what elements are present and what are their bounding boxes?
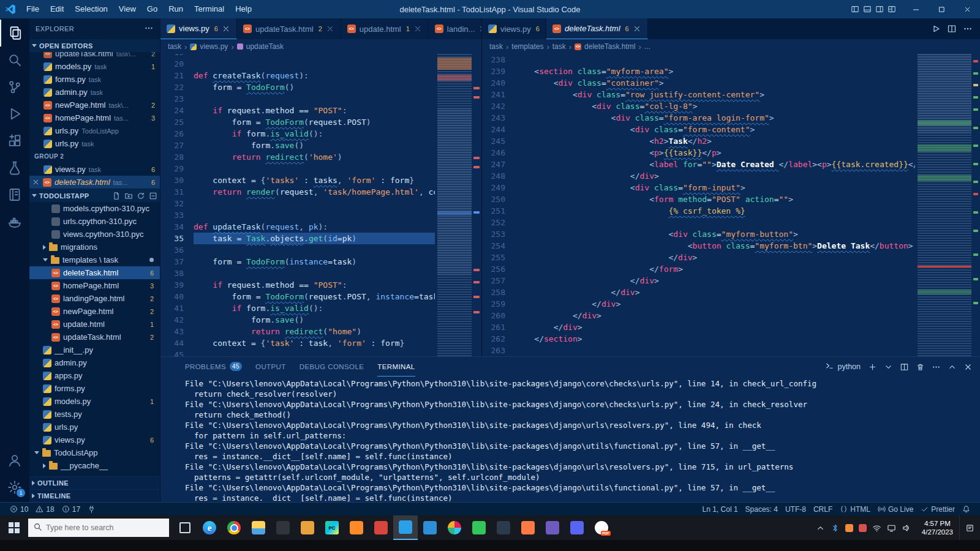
taskbar-clock[interactable]: 4:57 PM 4/27/2023 xyxy=(916,519,959,536)
more-icon[interactable] xyxy=(963,24,973,34)
breadcrumb-item[interactable]: deleteTask.html xyxy=(584,42,635,51)
tab-views-py[interactable]: views.py6 xyxy=(482,18,546,39)
breadcrumb-item[interactable]: task xyxy=(552,42,566,51)
file-item-tests-py[interactable]: tests.py xyxy=(29,408,160,421)
plus-icon[interactable] xyxy=(868,362,877,372)
taskbar-mail[interactable] xyxy=(418,515,442,540)
activity-docker[interactable] xyxy=(0,208,29,235)
open-editor-item[interactable]: admin.pytask xyxy=(29,86,160,99)
taskbar-file-explorer[interactable] xyxy=(246,515,271,540)
status-eol[interactable]: CRLF xyxy=(810,503,836,515)
activity-extensions[interactable] xyxy=(0,127,29,154)
status-language-mode[interactable]: HTML xyxy=(836,503,874,515)
close-icon[interactable] xyxy=(222,24,230,33)
close-icon[interactable] xyxy=(413,24,422,33)
breadcrumb-item[interactable]: updateTask xyxy=(246,42,284,51)
file-item-landingpage-html[interactable]: landingPage.html2 xyxy=(29,292,160,305)
split-icon[interactable] xyxy=(947,24,957,34)
taskbar-search[interactable] xyxy=(28,519,169,537)
breadcrumb-item[interactable]: task xyxy=(489,42,503,51)
file-item-forms-py[interactable]: forms.py xyxy=(29,382,160,395)
close-icon[interactable] xyxy=(32,178,40,186)
new-file-icon[interactable] xyxy=(112,192,121,200)
menu-edit[interactable]: Edit xyxy=(45,0,69,18)
run-icon[interactable] xyxy=(931,24,941,34)
status-cursor-position[interactable]: Ln 1, Col 1 xyxy=(699,503,742,515)
open-editors-header[interactable]: OPEN EDITORS xyxy=(29,39,160,52)
tab-deletetask-html[interactable]: deleteTask.html6 xyxy=(546,18,648,39)
activity-run-debug[interactable] xyxy=(0,100,29,127)
layout-panel-icon[interactable] xyxy=(862,4,872,14)
tab-update-html[interactable]: update.html1 xyxy=(341,18,429,39)
more-icon[interactable] xyxy=(932,362,941,372)
taskbar-edge[interactable] xyxy=(197,515,222,540)
more-icon[interactable] xyxy=(144,23,154,33)
code-editor-html[interactable]: 2382392402412422432442452462472482492502… xyxy=(482,54,980,356)
status-notifications[interactable] xyxy=(959,503,974,515)
open-editor-item[interactable]: newPage.htmltask\...2 xyxy=(29,99,160,111)
file-item-urls-py[interactable]: urls.py xyxy=(29,421,160,433)
activity-source-control[interactable] xyxy=(0,73,29,100)
taskbar-pdf-viewer[interactable] xyxy=(589,515,614,540)
file-item-urls-cpython-310-pyc[interactable]: urls.cpython-310.pyc xyxy=(29,215,160,228)
activity-testing[interactable] xyxy=(0,154,29,181)
taskbar-sublime[interactable] xyxy=(295,515,320,540)
layout-sidebar-right-icon[interactable] xyxy=(875,4,884,14)
outline-header[interactable]: OUTLINE xyxy=(29,476,160,489)
code-content[interactable]: def createTask(request): form = TodoForm… xyxy=(194,54,435,356)
status-ports[interactable] xyxy=(84,503,99,515)
status-prettier[interactable]: Prettier xyxy=(917,503,959,515)
menu-help[interactable]: Help xyxy=(230,0,257,18)
open-editor-item[interactable]: views.pytask6 xyxy=(29,163,160,176)
breadcrumb-item[interactable]: views.py xyxy=(200,42,228,51)
status-indentation[interactable]: Spaces: 4 xyxy=(742,503,782,515)
tray-updates[interactable] xyxy=(859,524,867,532)
panel-tab-problems[interactable]: PROBLEMS45 xyxy=(185,357,242,377)
close-icon[interactable] xyxy=(326,24,334,33)
tray-network[interactable] xyxy=(872,523,881,533)
taskbar-chrome[interactable] xyxy=(222,515,246,540)
close-icon[interactable] xyxy=(633,24,641,33)
terminal-shell-selector[interactable]: python xyxy=(825,361,861,372)
open-editor-item[interactable]: models.pytask1 xyxy=(29,60,160,73)
panel-tab-output[interactable]: OUTPUT xyxy=(255,357,286,377)
terminal-output[interactable]: File "C:\Users\lenovo\AppData\Local\Prog… xyxy=(160,377,980,502)
tab-updatetask-html[interactable]: updateTask.html2 xyxy=(237,18,341,39)
file-item-deletetask-html[interactable]: deleteTask.html6 xyxy=(29,266,160,279)
taskbar-postman[interactable] xyxy=(516,515,540,540)
file-item-updatetask-html[interactable]: updateTask.html2 xyxy=(29,331,160,343)
tray-expand[interactable] xyxy=(816,523,825,533)
breadcrumb-item[interactable]: templates xyxy=(511,42,543,51)
activity-settings[interactable]: 1 xyxy=(0,474,29,501)
window-minimize-button[interactable] xyxy=(903,0,929,18)
taskbar-firefox[interactable] xyxy=(344,515,369,540)
trash-icon[interactable] xyxy=(916,362,925,372)
file-item-models-cpython-310-pyc[interactable]: models.cpython-310.pyc xyxy=(29,202,160,215)
open-editor-item[interactable]: forms.pytask xyxy=(29,73,160,86)
file-item-newpage-html[interactable]: newPage.html2 xyxy=(29,305,160,318)
menu-view[interactable]: View xyxy=(113,0,141,18)
minimap[interactable] xyxy=(918,54,971,356)
chevron-down-icon[interactable] xyxy=(884,362,893,372)
folder-item-templates-task[interactable]: templates \ task xyxy=(29,253,160,266)
close-icon[interactable] xyxy=(963,362,973,372)
search-input[interactable] xyxy=(46,523,150,532)
collapse-icon[interactable] xyxy=(149,192,157,200)
tray-bluetooth[interactable] xyxy=(831,523,840,533)
menu-terminal[interactable]: Terminal xyxy=(189,0,230,18)
folder-item-todolistapp[interactable]: TodoListApp xyxy=(29,446,160,459)
open-editor-item[interactable]: deleteTask.htmltas...6 xyxy=(29,176,160,189)
window-maximize-button[interactable] xyxy=(929,0,954,18)
breadcrumb-item[interactable]: task xyxy=(168,42,181,51)
breadcrumb-item[interactable]: ... xyxy=(644,42,650,51)
open-editor-item[interactable]: urls.pyTodoListApp xyxy=(29,124,160,137)
folder-item-pycache[interactable]: __pycache__ xyxy=(29,459,160,472)
timeline-header[interactable]: TIMELINE xyxy=(29,489,160,502)
taskbar-photos[interactable] xyxy=(442,515,467,540)
file-item-homepage-html[interactable]: homePage.html3 xyxy=(29,279,160,292)
taskbar-dark-app[interactable] xyxy=(491,515,516,540)
status-problems-info[interactable]: 17 xyxy=(58,503,84,515)
taskbar-app-red[interactable] xyxy=(369,515,393,540)
new-folder-icon[interactable] xyxy=(124,192,133,200)
file-item-admin-py[interactable]: admin.py xyxy=(29,356,160,369)
